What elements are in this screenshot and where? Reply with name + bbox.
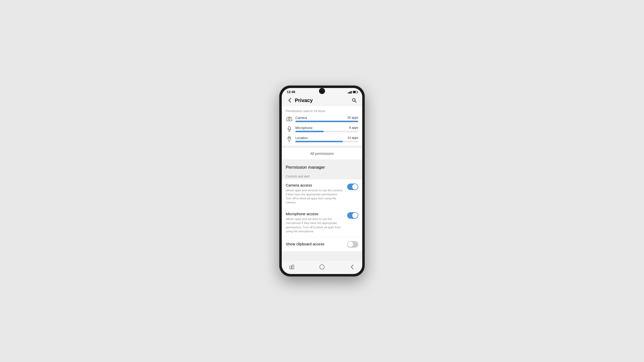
svg-point-0 (352, 99, 355, 101)
camera-bar-track (295, 121, 358, 122)
recents-button[interactable] (287, 263, 297, 271)
svg-rect-8 (290, 266, 292, 269)
microphone-bar-fill (295, 131, 324, 132)
microphone-access-toggle[interactable] (347, 212, 358, 219)
camera-access-toggle-item: Camera access Allows apps and services t… (282, 179, 362, 208)
location-bar-fill (295, 141, 343, 142)
microphone-icon (286, 125, 293, 132)
microphone-permission-name: Microphone (295, 126, 312, 130)
camera-permission-row[interactable]: Camera 20 apps (286, 115, 358, 122)
controls-section: Controls and alert (282, 172, 362, 179)
home-button[interactable] (317, 263, 327, 271)
clipboard-toggle-knob (348, 242, 353, 247)
location-header-row: Location 14 apps (295, 136, 358, 140)
location-permission-content: Location 14 apps (295, 136, 358, 142)
phone-screen: 12:48 Privacy (282, 88, 362, 274)
svg-rect-4 (288, 126, 290, 129)
back-nav-button[interactable] (347, 263, 357, 271)
camera-notch (319, 88, 325, 94)
clipboard-access-item: Show clipboard access (282, 237, 362, 251)
camera-access-text: Camera access Allows apps and services t… (286, 183, 344, 204)
camera-header-row: Camera 20 apps (295, 116, 358, 120)
controls-label: Controls and alert (286, 175, 310, 178)
microphone-access-text: Microphone access Allows apps and servic… (286, 212, 344, 233)
location-permission-row[interactable]: Location 14 apps (286, 135, 358, 143)
location-permission-name: Location (295, 136, 308, 140)
battery-icon (353, 91, 357, 93)
signal-icon (348, 90, 352, 94)
status-icons (348, 90, 357, 94)
battery-fill (353, 91, 356, 93)
all-permissions-button[interactable]: All permissions (282, 148, 362, 159)
app-header: Privacy (282, 95, 362, 106)
svg-point-10 (320, 265, 324, 269)
microphone-bar-track (295, 131, 358, 132)
camera-access-title: Camera access (286, 183, 344, 187)
camera-permission-count: 20 apps (347, 116, 358, 119)
microphone-permission-content: Microphone 8 apps (295, 126, 358, 132)
microphone-permission-count: 8 apps (349, 126, 358, 129)
scroll-content[interactable]: Permissions used in 24 hours Camera (282, 106, 362, 261)
camera-permission-name: Camera (295, 116, 307, 120)
location-icon (286, 135, 293, 143)
microphone-header-row: Microphone 8 apps (295, 126, 358, 130)
microphone-access-title: Microphone access (286, 212, 344, 216)
camera-access-desc: Allows apps and services to use the came… (286, 188, 344, 204)
clipboard-access-title: Show clipboard access (286, 242, 324, 246)
camera-bar-fill (295, 121, 358, 122)
location-permission-count: 14 apps (347, 136, 358, 140)
location-bar-track (295, 141, 358, 142)
nav-bar (282, 261, 362, 274)
permission-manager-title: Permission manager (286, 165, 325, 170)
svg-line-1 (355, 101, 356, 102)
camera-toggle-knob (352, 184, 358, 190)
svg-rect-9 (292, 265, 294, 269)
back-button[interactable] (286, 96, 294, 104)
svg-point-3 (289, 118, 290, 120)
svg-point-7 (289, 138, 290, 139)
camera-access-toggle[interactable] (347, 184, 358, 190)
microphone-permission-row[interactable]: Microphone 8 apps (286, 125, 358, 132)
microphone-access-toggle-item: Microphone access Allows apps and servic… (282, 208, 362, 237)
svg-rect-2 (287, 118, 292, 121)
camera-permission-content: Camera 20 apps (295, 116, 358, 122)
status-time: 12:48 (287, 90, 295, 94)
all-permissions-label: All permissions (310, 152, 334, 156)
clipboard-access-toggle[interactable] (347, 241, 358, 248)
microphone-toggle-knob (352, 213, 358, 218)
microphone-access-desc: Allows apps and services to use the micr… (286, 217, 344, 233)
phone-frame: 12:48 Privacy (279, 85, 365, 277)
page-title: Privacy (295, 98, 350, 103)
permissions-section: Permissions used in 24 hours Camera (282, 106, 362, 146)
search-button[interactable] (350, 96, 358, 104)
permission-manager-section: Permission manager (282, 161, 362, 172)
camera-icon (286, 115, 293, 122)
permissions-section-label: Permissions used in 24 hours (286, 109, 358, 113)
